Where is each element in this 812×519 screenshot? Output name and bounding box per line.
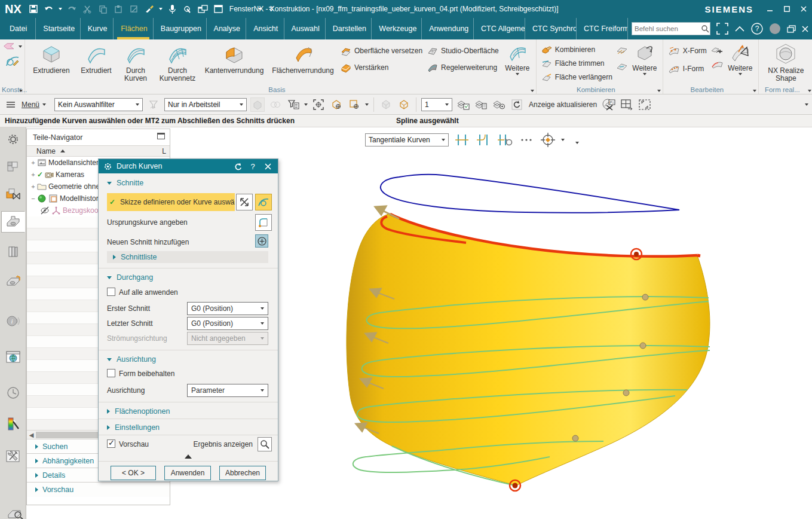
direct-sketch-icon[interactable] xyxy=(2,42,22,51)
ghost-display-icon[interactable] xyxy=(268,97,283,112)
selbar-overflow-caret[interactable] xyxy=(575,142,579,144)
expand-icon[interactable] xyxy=(30,183,36,190)
section-einstellungen[interactable]: Einstellungen xyxy=(99,422,278,433)
section-durchgang[interactable]: Durchgang xyxy=(99,271,278,283)
brush-dropdown-caret[interactable] xyxy=(159,8,163,10)
tab-werkzeuge[interactable]: Werkzeuge xyxy=(372,18,422,39)
close-button[interactable] xyxy=(795,2,812,16)
tab-flaechen[interactable]: Flächen xyxy=(114,18,154,39)
chain-curves-icon[interactable] xyxy=(497,133,513,147)
tab-baugruppen[interactable]: Baugruppen xyxy=(154,18,207,39)
ok-button[interactable]: < OK > xyxy=(111,466,156,480)
regelerweiterung-button[interactable]: Regelerweiterung xyxy=(427,62,499,73)
kantenverrundung-button[interactable]: Kantenverrundung xyxy=(201,41,268,75)
section-schnitte[interactable]: Schnitte xyxy=(99,177,278,189)
oberflaeche-versetzen-button[interactable]: Oberfläche versetzen xyxy=(341,45,422,56)
snap-caret[interactable] xyxy=(365,103,369,106)
tab-startseite[interactable]: Startseite xyxy=(36,18,80,39)
studio-oberflaeche-button[interactable]: Studio-Oberfläche xyxy=(427,45,499,56)
qat-overflow-icon[interactable] xyxy=(265,3,277,15)
save-icon[interactable] xyxy=(27,3,39,15)
collapse-icon[interactable] xyxy=(30,195,36,202)
tab-ctc-allgemein[interactable]: CTC Allgemei xyxy=(474,18,525,39)
process-studio-icon[interactable] xyxy=(2,413,24,435)
command-search[interactable] xyxy=(632,22,710,35)
close-document-icon[interactable] xyxy=(802,26,808,32)
show-hide-icon[interactable] xyxy=(250,97,265,112)
reuse-library-icon[interactable] xyxy=(2,241,24,262)
last-section-combo[interactable]: G0 (Position) xyxy=(187,317,268,330)
edit-sheet-icon[interactable] xyxy=(710,60,724,71)
origin-curve-button[interactable] xyxy=(255,214,272,231)
menu-button[interactable]: Menü xyxy=(22,100,46,109)
hd3d-tools-icon[interactable] xyxy=(2,271,24,292)
window-layout-icon[interactable] xyxy=(620,97,634,112)
verstaerken-button[interactable]: Verstärken xyxy=(341,62,422,73)
undock-panel-icon[interactable] xyxy=(157,133,165,139)
tab-darstellen[interactable]: Darstellen xyxy=(326,18,372,39)
roles-tools-icon[interactable] xyxy=(2,445,24,467)
new-window-icon[interactable] xyxy=(213,3,225,15)
measure-part-icon[interactable] xyxy=(7,508,24,519)
show-result-button[interactable] xyxy=(258,437,272,451)
bearbeiten-group-caret[interactable] xyxy=(753,90,756,92)
filter-list-icon[interactable] xyxy=(286,97,301,112)
follow-fillet-icon[interactable] xyxy=(475,133,492,147)
switch-window-icon[interactable] xyxy=(197,3,209,15)
paste-icon[interactable] xyxy=(112,3,124,15)
cancel-button[interactable]: Abbrechen xyxy=(219,466,266,480)
extrudiert-button[interactable]: Extrudiert xyxy=(75,41,117,75)
patch-icon[interactable] xyxy=(616,62,628,73)
curve-select-button[interactable] xyxy=(255,194,272,210)
kombinieren-button[interactable]: Kombinieren xyxy=(541,44,612,55)
touch-icon[interactable] xyxy=(182,3,194,15)
section-list-bar[interactable]: Schnittliste xyxy=(107,251,268,263)
cut-icon[interactable] xyxy=(81,3,93,15)
preview-checkbox[interactable] xyxy=(107,439,115,448)
expand-icon[interactable] xyxy=(30,159,36,166)
filter-reset-icon[interactable] xyxy=(146,97,161,112)
alignment-combo[interactable]: Parameter xyxy=(187,384,268,397)
first-section-combo[interactable]: G0 (Position) xyxy=(187,302,268,315)
flaeche-verlaengern-button[interactable]: Fläche verlängern xyxy=(541,72,612,83)
layer-copy-icon[interactable] xyxy=(474,97,488,112)
internet-icon[interactable]: i xyxy=(2,310,24,332)
apply-button[interactable]: Anwenden xyxy=(164,466,211,480)
remove-section-button[interactable] xyxy=(236,194,253,210)
user-avatar[interactable] xyxy=(769,23,781,35)
basis-group-caret[interactable] xyxy=(531,90,534,92)
navigator-column-header[interactable]: Name L xyxy=(27,145,170,157)
extrudieren-button[interactable]: Extrudieren xyxy=(27,41,75,75)
copy-icon[interactable] xyxy=(97,3,109,15)
history-icon[interactable] xyxy=(2,382,24,404)
dialog-reset-icon[interactable] xyxy=(232,161,243,172)
section-flaechenoptionen[interactable]: Flächenoptionen xyxy=(99,405,278,417)
work-scope-combo[interactable]: Nur in Arbeitsteil xyxy=(164,98,247,111)
command-search-input[interactable] xyxy=(632,25,700,32)
refresh-icon[interactable] xyxy=(510,97,524,112)
section-vorschau[interactable]: Vorschau xyxy=(27,483,170,497)
dialog-title-bar[interactable]: Durch Kurven ? xyxy=(99,159,278,173)
tab-anwendung[interactable]: Anwendung xyxy=(422,18,474,39)
layer-combo[interactable]: 1 xyxy=(421,98,452,111)
tab-ctc-freiform[interactable]: CTC Freiform xyxy=(577,18,628,39)
window-snap-icon[interactable] xyxy=(347,97,361,112)
deform-icon[interactable] xyxy=(710,45,724,56)
sketch-icon[interactable] xyxy=(5,54,20,71)
form-group-caret[interactable] xyxy=(808,90,811,92)
hidden-eye-icon[interactable] xyxy=(40,206,50,215)
sew-icon[interactable] xyxy=(616,45,628,57)
wireframe-view-icon[interactable] xyxy=(397,97,411,112)
resource-bar-options-icon[interactable] xyxy=(2,129,24,150)
bearbeiten-weitere-button[interactable]: Weitere xyxy=(725,41,756,75)
fit-view-icon[interactable] xyxy=(311,97,326,112)
snap-point-caret[interactable] xyxy=(561,139,565,141)
update-display-button[interactable]: Anzeige aktualisieren xyxy=(529,100,597,109)
select-curve-prompt[interactable]: ✓ Skizze definieren oder Kurve auswäh xyxy=(107,193,235,211)
kombinieren-weitere-button[interactable]: Weitere xyxy=(629,41,660,75)
shaded-view-icon[interactable] xyxy=(379,97,393,112)
microphone-icon[interactable] xyxy=(166,3,178,15)
redo-icon[interactable] xyxy=(66,3,78,15)
tab-analyse[interactable]: Analyse xyxy=(207,18,247,39)
minimize-ribbon-icon[interactable] xyxy=(734,25,745,32)
